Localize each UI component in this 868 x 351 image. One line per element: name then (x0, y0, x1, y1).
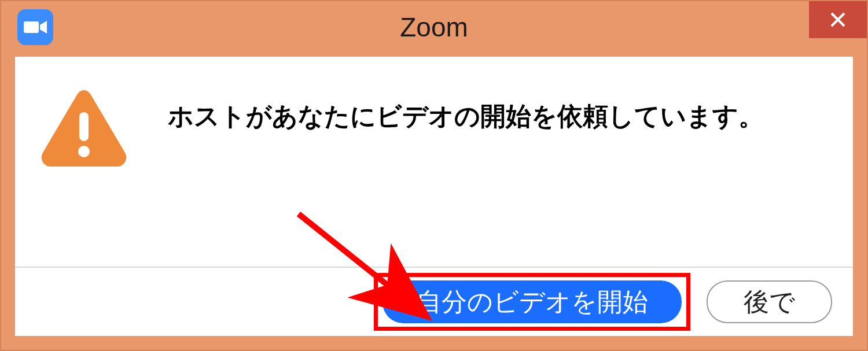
content-row: ホストがあなたにビデオの開始を依頼しています。 (15, 57, 853, 267)
button-row: 自分のビデオを開始 後で (15, 267, 853, 336)
close-button[interactable] (809, 1, 867, 38)
warning-triangle-icon (41, 87, 127, 168)
svg-rect-3 (79, 112, 89, 141)
close-icon (829, 11, 847, 28)
later-button[interactable]: 後で (707, 280, 832, 323)
start-my-video-button[interactable]: 自分のビデオを開始 (382, 280, 682, 323)
window-title: Zoom (400, 12, 468, 43)
svg-rect-0 (24, 21, 39, 33)
dialog-window: Zoom ホストがあなたにビデオの開始を依頼しています。 (0, 0, 868, 351)
titlebar: Zoom (1, 1, 867, 53)
dialog-body: ホストがあなたにビデオの開始を依頼しています。 自分のビデオを開始 後で (15, 57, 853, 336)
dialog-message: ホストがあなたにビデオの開始を依頼しています。 (168, 99, 764, 134)
zoom-app-icon (17, 9, 53, 45)
annotation-highlight-box: 自分のビデオを開始 (374, 273, 690, 331)
svg-point-4 (78, 146, 90, 157)
